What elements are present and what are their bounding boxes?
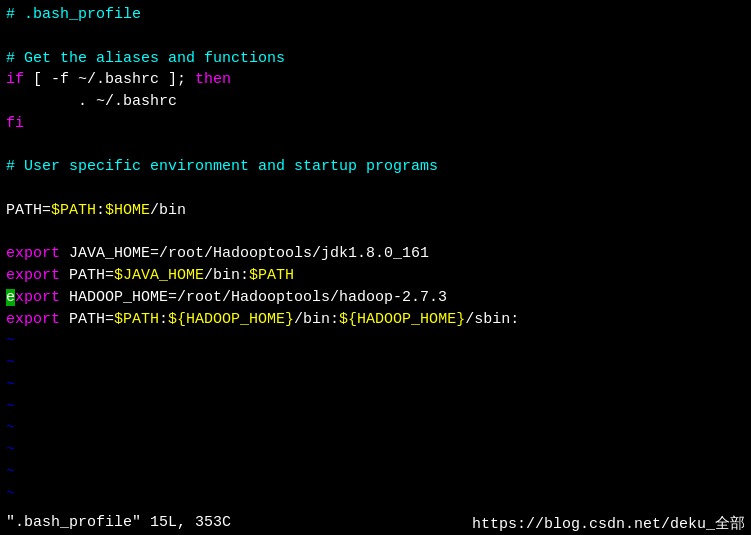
line-9 [6,178,745,200]
status-right: https://blog.csdn.net/deku_全部 [472,514,745,533]
tilde-5: ~ [6,417,745,439]
line-7 [6,135,745,157]
tilde-4: ~ [6,396,745,418]
status-bar: ".bash_profile" 15L, 353C https://blog.c… [0,512,751,535]
line-3: # Get the aliases and functions [6,48,745,70]
line-2 [6,26,745,48]
line-10: PATH=$PATH:$HOME/bin [6,200,745,222]
line-6: fi [6,113,745,135]
line-11 [6,222,745,244]
tilde-2: ~ [6,352,745,374]
tilde-1: ~ [6,330,745,352]
line-14: export HADOOP_HOME=/root/Hadooptools/had… [6,287,745,309]
line-12: export JAVA_HOME=/root/Hadooptools/jdk1.… [6,243,745,265]
line-15: export PATH=$PATH:${HADOOP_HOME}/bin:${H… [6,309,745,331]
line-4: if [ -f ~/.bashrc ]; then [6,69,745,91]
line-1: # .bash_profile [6,4,745,26]
line-13: export PATH=$JAVA_HOME/bin:$PATH [6,265,745,287]
tilde-3: ~ [6,374,745,396]
line-5: . ~/.bashrc [6,91,745,113]
status-left: ".bash_profile" 15L, 353C [6,514,231,533]
code-editor[interactable]: # .bash_profile # Get the aliases and fu… [0,0,751,535]
tilde-7: ~ [6,461,745,483]
tilde-8: ~ [6,483,745,505]
line-8: # User specific environment and startup … [6,156,745,178]
tilde-6: ~ [6,439,745,461]
